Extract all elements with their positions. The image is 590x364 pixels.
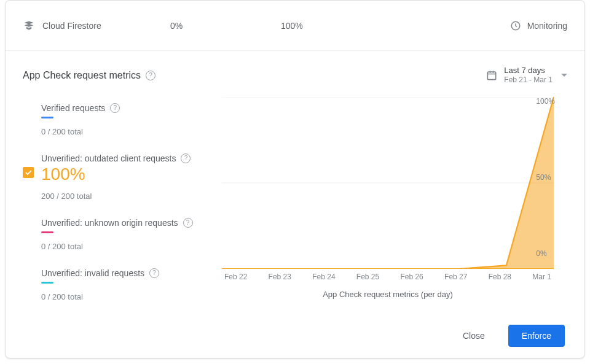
metric-big-pct: 100% — [41, 166, 207, 183]
calendar-icon — [486, 69, 498, 82]
range-label: Last 7 days — [504, 66, 553, 76]
page-title: App Check request metrics ? — [23, 70, 155, 81]
service-name: Cloud Firestore — [42, 21, 101, 31]
clock-icon — [510, 20, 521, 31]
monitoring-status: Monitoring — [510, 20, 567, 31]
range-sub: Feb 21 - Mar 1 — [504, 76, 553, 85]
pct-right: 100% — [281, 21, 404, 31]
metric-outdated[interactable]: Unverified: outdated client requests ? 1… — [41, 147, 207, 212]
service-cell[interactable]: Cloud Firestore — [23, 20, 170, 32]
metrics-legend: Verified requests ? 0 / 200 total Unveri… — [23, 97, 207, 312]
metric-checkbox[interactable] — [23, 167, 34, 178]
body: Verified requests ? 0 / 200 total Unveri… — [23, 97, 567, 312]
firestore-icon — [23, 20, 35, 32]
enforce-button[interactable]: Enforce — [508, 325, 565, 347]
service-summary-row: Cloud Firestore 0% 100% Monitoring — [6, 1, 584, 51]
metric-sub: 0 / 200 total — [41, 292, 207, 301]
metric-verified[interactable]: Verified requests ? 0 / 200 total — [41, 97, 207, 147]
chart-title: App Check request metrics (per day) — [222, 290, 554, 299]
x-axis-labels: Feb 22 Feb 23 Feb 24 Feb 25 Feb 26 Feb 2… — [222, 273, 554, 281]
y-axis-labels: 100% 50% 0% — [536, 97, 555, 258]
metric-sub: 0 / 200 total — [41, 242, 207, 251]
series-swatch-unknown — [41, 231, 53, 233]
metrics-card: Cloud Firestore 0% 100% Monitoring App C… — [5, 0, 585, 358]
monitoring-label: Monitoring — [527, 21, 567, 31]
close-button[interactable]: Close — [449, 325, 498, 347]
metric-sub: 200 / 200 total — [41, 192, 207, 201]
pct-left: 0% — [170, 21, 281, 31]
metric-sub: 0 / 200 total — [41, 127, 207, 136]
help-icon[interactable]: ? — [110, 103, 120, 113]
help-icon[interactable]: ? — [149, 268, 159, 278]
chevron-down-icon — [561, 74, 567, 77]
metric-invalid[interactable]: Unverified: invalid requests ? 0 / 200 t… — [41, 262, 207, 312]
chart-svg — [222, 97, 554, 269]
series-swatch-verified — [41, 117, 53, 118]
metric-unknown[interactable]: Unverified: unknown origin requests ? 0 … — [41, 212, 207, 262]
dialog-actions: Close Enforce — [23, 325, 567, 347]
date-range-picker[interactable]: Last 7 days Feb 21 - Mar 1 — [486, 66, 567, 85]
help-icon[interactable]: ? — [146, 71, 155, 80]
help-icon[interactable]: ? — [183, 218, 193, 228]
header-row: App Check request metrics ? Last 7 days … — [23, 66, 567, 85]
svg-rect-1 — [488, 72, 496, 80]
help-icon[interactable]: ? — [181, 153, 191, 163]
series-swatch-invalid — [41, 282, 53, 284]
panel-content: App Check request metrics ? Last 7 days … — [6, 51, 584, 358]
chart-column: 100% 50% 0% Feb 22 Feb 23 Feb 24 Feb 25 … — [222, 97, 567, 312]
chart-area: 100% 50% 0% — [222, 97, 554, 269]
